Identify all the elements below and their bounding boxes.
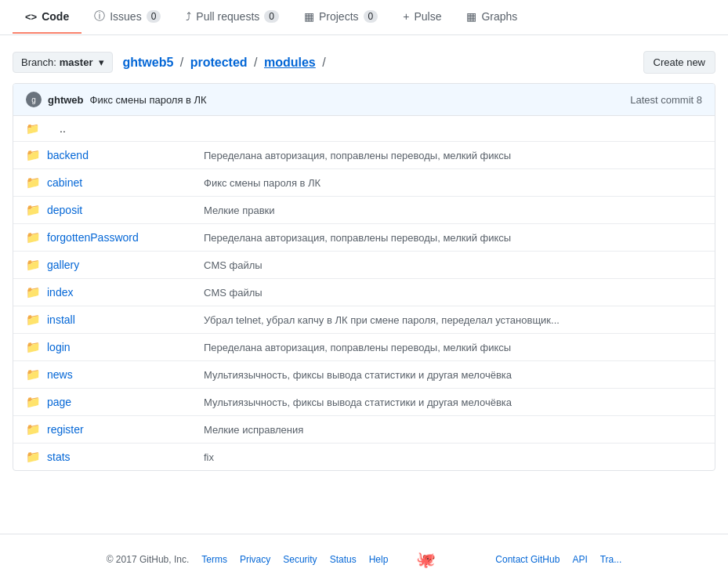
- file-name: page: [47, 396, 204, 408]
- parent-dir-row: 📁 ..: [13, 116, 715, 142]
- file-commit-message: Переделана авторизация, поправлены перев…: [204, 150, 702, 161]
- breadcrumb-repo[interactable]: ghtweb5: [122, 56, 173, 69]
- branch-label: Branch:: [21, 56, 56, 68]
- folder-icon: 📁: [26, 422, 41, 436]
- branch-selector[interactable]: Branch: master: [13, 52, 113, 73]
- projects-count: 0: [364, 10, 378, 23]
- table-row: 📁 register Мелкие исправления: [13, 416, 715, 444]
- branch-name: master: [60, 56, 93, 68]
- file-name: cabinet: [47, 176, 204, 189]
- file-list: 📁 backend Переделана авторизация, поправ…: [13, 142, 715, 470]
- folder-icon: 📁: [26, 340, 41, 354]
- tab-pulse-label: Pulse: [414, 10, 441, 23]
- file-name: login: [47, 341, 204, 353]
- file-commit-message: fix: [204, 451, 702, 463]
- file-link[interactable]: backend: [47, 149, 89, 161]
- tab-code-label: Code: [42, 10, 69, 23]
- breadcrumb: ghtweb5 / protected / modules /: [122, 56, 328, 70]
- file-commit-message: Мелкие исправления: [204, 424, 702, 436]
- pr-count: 0: [264, 10, 279, 23]
- projects-icon: ▦: [304, 10, 314, 23]
- footer-link-terms[interactable]: Terms: [201, 554, 227, 565]
- footer-link-status[interactable]: Status: [330, 554, 357, 565]
- commit-author: ghtweb: [48, 94, 84, 106]
- footer-link-help[interactable]: Help: [369, 554, 389, 565]
- file-name: news: [47, 368, 204, 381]
- graphs-icon: ▦: [466, 10, 476, 23]
- commit-message: Фикс смены пароля в ЛК: [90, 94, 207, 106]
- octocat-icon: 🐙: [416, 550, 436, 569]
- tab-code[interactable]: <> Code: [13, 1, 81, 34]
- breadcrumb-path2[interactable]: modules: [264, 56, 316, 69]
- file-link[interactable]: login: [47, 341, 71, 353]
- footer-more[interactable]: Tra...: [600, 554, 622, 565]
- footer: © 2017 GitHub, Inc. Terms Privacy Securi…: [0, 534, 728, 583]
- table-row: 📁 stats fix: [13, 444, 715, 470]
- file-link[interactable]: forgottenPassword: [47, 231, 139, 244]
- file-name: install: [47, 313, 204, 326]
- file-name: forgottenPassword: [47, 231, 204, 244]
- pulse-icon: +: [403, 10, 409, 23]
- path-bar: Branch: master ghtweb5 / protected / mod…: [13, 51, 715, 74]
- avatar: g: [26, 92, 42, 107]
- folder-icon: 📁: [26, 203, 41, 217]
- file-table: g ghtweb Фикс смены пароля в ЛК Latest c…: [13, 83, 715, 471]
- table-row: 📁 cabinet Фикс смены пароля в ЛК: [13, 169, 715, 197]
- issues-count: 0: [147, 10, 161, 23]
- folder-icon: 📁: [26, 450, 41, 464]
- tab-issues-label: Issues: [110, 10, 141, 23]
- footer-right-links: Contact GitHub API Tra...: [495, 554, 621, 565]
- file-commit-message: Переделана авторизация, поправлены перев…: [204, 232, 702, 244]
- file-commit-message: Убрал telnet, убрал капчу в ЛК при смене…: [204, 314, 702, 326]
- table-row: 📁 page Мультиязычность, фиксы вывода ста…: [13, 389, 715, 416]
- file-commit-message: CMS файлы: [204, 287, 702, 299]
- issues-icon: ⓘ: [94, 9, 105, 24]
- folder-icon: 📁: [26, 285, 41, 299]
- commit-header: g ghtweb Фикс смены пароля в ЛК Latest c…: [13, 84, 715, 116]
- table-row: 📁 install Убрал telnet, убрал капчу в ЛК…: [13, 306, 715, 334]
- tab-graphs[interactable]: ▦ Graphs: [454, 1, 530, 34]
- create-new-button[interactable]: Create new: [643, 51, 715, 74]
- tab-projects[interactable]: ▦ Projects 0: [292, 1, 390, 34]
- folder-icon: 📁: [26, 258, 41, 272]
- breadcrumb-path1[interactable]: protected: [190, 56, 248, 69]
- file-name: register: [47, 423, 204, 436]
- main-content: Branch: master ghtweb5 / protected / mod…: [0, 35, 728, 487]
- file-link[interactable]: gallery: [47, 259, 79, 271]
- file-name: gallery: [47, 259, 204, 271]
- file-link[interactable]: page: [47, 396, 71, 408]
- repo-nav: <> Code ⓘ Issues 0 ⤴ Pull requests 0 ▦ P…: [0, 0, 728, 35]
- tab-projects-label: Projects: [319, 10, 359, 23]
- file-link[interactable]: news: [47, 368, 73, 381]
- folder-icon: 📁: [26, 368, 41, 382]
- file-link[interactable]: register: [47, 423, 84, 436]
- table-row: 📁 login Переделана авторизация, поправле…: [13, 334, 715, 361]
- folder-icon: 📁: [26, 176, 41, 190]
- file-commit-message: Переделана авторизация, поправлены перев…: [204, 342, 702, 353]
- file-link[interactable]: stats: [47, 451, 71, 463]
- tab-pull-requests[interactable]: ⤴ Pull requests 0: [173, 1, 292, 34]
- tab-pulse[interactable]: + Pulse: [390, 1, 454, 34]
- file-name: deposit: [47, 204, 204, 216]
- file-commit-message: CMS файлы: [204, 259, 702, 271]
- parent-dir-icon: 📁: [26, 122, 39, 135]
- file-name: index: [47, 286, 204, 299]
- file-link[interactable]: index: [47, 286, 73, 299]
- file-commit-message: Мультиязычность, фиксы вывода статистики…: [204, 369, 702, 381]
- file-link[interactable]: cabinet: [47, 176, 82, 189]
- footer-link-privacy[interactable]: Privacy: [240, 554, 270, 565]
- pr-icon: ⤴: [186, 10, 191, 23]
- footer-contact[interactable]: Contact GitHub: [495, 554, 560, 565]
- footer-api[interactable]: API: [572, 554, 587, 565]
- footer-link-security[interactable]: Security: [283, 554, 317, 565]
- copyright: © 2017 GitHub, Inc.: [107, 554, 190, 565]
- code-icon: <>: [25, 11, 37, 23]
- parent-dir-label: ..: [60, 122, 66, 135]
- file-link[interactable]: install: [47, 313, 75, 326]
- table-row: 📁 gallery CMS файлы: [13, 252, 715, 279]
- file-commit-message: Фикс смены пароля в ЛК: [204, 177, 702, 189]
- tab-issues[interactable]: ⓘ Issues 0: [81, 0, 173, 34]
- table-row: 📁 deposit Мелкие правки: [13, 197, 715, 224]
- file-link[interactable]: deposit: [47, 204, 82, 216]
- file-commit-message: Мелкие правки: [204, 205, 702, 216]
